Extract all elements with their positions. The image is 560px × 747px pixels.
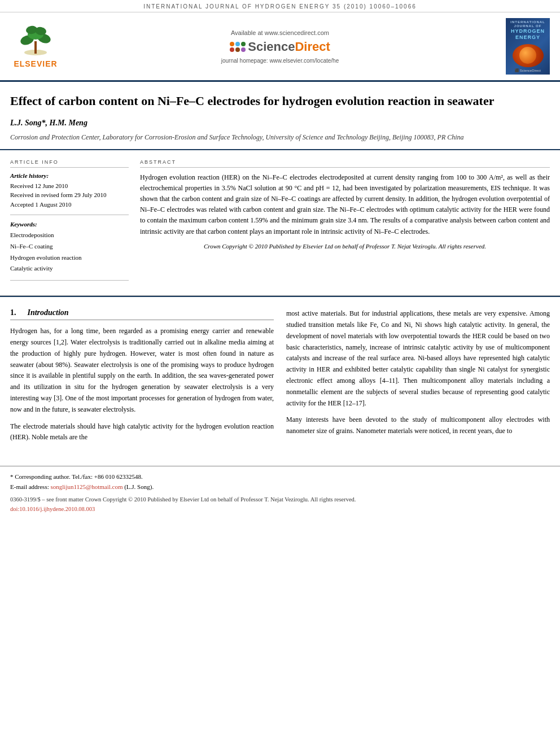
section1-header: 1. Introduction xyxy=(10,308,274,320)
article-history-title: Article history: xyxy=(10,172,129,179)
cover-international: International xyxy=(510,20,545,24)
keyword-4: Catalytic activity xyxy=(10,263,129,274)
cover-publisher-logo: ⬛ ScienceDirect xyxy=(515,68,541,72)
journal-homepage-text: journal homepage: www.elsevier.com/locat… xyxy=(221,58,339,64)
issn-line: 0360-3199/$ – see front matter Crown Cop… xyxy=(10,495,550,505)
abstract-header: Abstract xyxy=(140,159,550,168)
sd-dots-icon xyxy=(230,42,246,52)
journal-header-bar: International Journal of Hydrogen Energy… xyxy=(0,0,560,12)
paper-title-section: Effect of carbon content on Ni–Fe–C elec… xyxy=(0,82,560,150)
footer-section: * Corresponding author. Tel./fax: +86 01… xyxy=(0,466,560,492)
info-divider-2 xyxy=(10,280,129,281)
received-date: Received 12 June 2010 xyxy=(10,181,129,191)
word-one: One xyxy=(65,394,77,402)
section1-number: 1. xyxy=(10,308,16,317)
main-body: 1. Introduction Hydrogen has, for a long… xyxy=(0,296,560,460)
header-center: Available at www.sciencedirect.com Scien… xyxy=(61,29,499,64)
svg-rect-1 xyxy=(34,41,37,54)
paper-affiliation: Corrosion and Protection Center, Laborat… xyxy=(10,132,550,142)
header-area: ELSEVIER Available at www.sciencedirect.… xyxy=(0,12,560,82)
journal-cover: International Journal of HYDROGEN ENERGY… xyxy=(499,18,550,75)
accepted-date: Accepted 1 August 2010 xyxy=(10,200,129,209)
elsevier-tree-icon xyxy=(16,24,55,58)
journal-header-text: International Journal of Hydrogen Energy… xyxy=(143,3,417,10)
cover-journal-of: Journal of xyxy=(510,24,545,28)
doi-link[interactable]: doi:10.1016/j.ijhydene.2010.08.003 xyxy=(10,506,95,512)
footer-bar: 0360-3199/$ – see front matter Crown Cop… xyxy=(0,492,560,518)
available-at-text: Available at www.sciencedirect.com xyxy=(231,29,329,36)
keyword-1: Electrodeposition xyxy=(10,230,129,241)
author-names: L.J. Song*, H.M. Meng xyxy=(10,119,88,127)
email-suffix: (L.J. Song). xyxy=(123,483,154,490)
journal-cover-box: International Journal of HYDROGEN ENERGY… xyxy=(506,18,550,75)
section1-paragraph-right1: most active materials. But for industria… xyxy=(286,308,550,409)
sciencedirect-logo: ScienceDirect xyxy=(230,40,330,54)
body-two-columns: 1. Introduction Hydrogen has, for a long… xyxy=(10,308,550,449)
body-right-column: most active materials. But for industria… xyxy=(286,308,550,449)
paper-authors: L.J. Song*, H.M. Meng xyxy=(10,119,550,128)
info-divider-1 xyxy=(10,215,129,215)
elsevier-logo: ELSEVIER xyxy=(10,24,61,68)
section1-paragraph2: The electrode materials should have high… xyxy=(10,421,274,444)
cover-title: International Journal of HYDROGEN ENERGY xyxy=(510,20,545,41)
elsevier-wordmark: ELSEVIER xyxy=(14,59,57,68)
footnote-email: E-mail address: songlijun1125@hotmail.co… xyxy=(10,482,550,492)
sd-logo-text: ScienceDirect xyxy=(248,40,330,54)
section1-paragraph1: Hydrogen has, for a long time, been rega… xyxy=(10,326,274,415)
email-link[interactable]: songlijun1125@hotmail.com xyxy=(50,483,123,490)
email-label: E-mail address: xyxy=(10,483,50,490)
article-info-column: Article Info Article history: Received 1… xyxy=(10,159,129,287)
revised-date: Received in revised form 29 July 2010 xyxy=(10,190,129,200)
copyright-text: Crown Copyright © 2010 Published by Else… xyxy=(140,242,550,251)
section1-title: Introduction xyxy=(28,308,69,317)
abstract-column: Abstract Hydrogen evolution reaction (HE… xyxy=(140,159,550,287)
article-info-header: Article Info xyxy=(10,159,129,168)
abstract-text: Hydrogen evolution reaction (HER) on the… xyxy=(140,172,550,237)
footnote-corresponding: * Corresponding author. Tel./fax: +86 01… xyxy=(10,472,550,482)
keywords-list: Electrodeposition Ni–Fe–C coating Hydrog… xyxy=(10,230,129,274)
keyword-3: Hydrogen evolution reaction xyxy=(10,252,129,264)
keywords-title: Keywords: xyxy=(10,221,129,228)
cover-hydrogen: HYDROGEN xyxy=(510,28,545,34)
article-columns: Article Info Article history: Received 1… xyxy=(0,150,560,296)
paper-title: Effect of carbon content on Ni–Fe–C elec… xyxy=(10,93,550,110)
doi-line: doi:10.1016/j.ijhydene.2010.08.003 xyxy=(10,505,550,514)
keyword-2: Ni–Fe–C coating xyxy=(10,241,129,252)
cover-energy: ENERGY xyxy=(510,34,545,41)
cover-image-decoration xyxy=(513,44,544,67)
body-left-column: 1. Introduction Hydrogen has, for a long… xyxy=(10,308,274,449)
corresponding-author-text: * Corresponding author. Tel./fax: +86 01… xyxy=(10,473,143,480)
section1-paragraph-right2: Many interests have been devoted to the … xyxy=(286,414,550,437)
